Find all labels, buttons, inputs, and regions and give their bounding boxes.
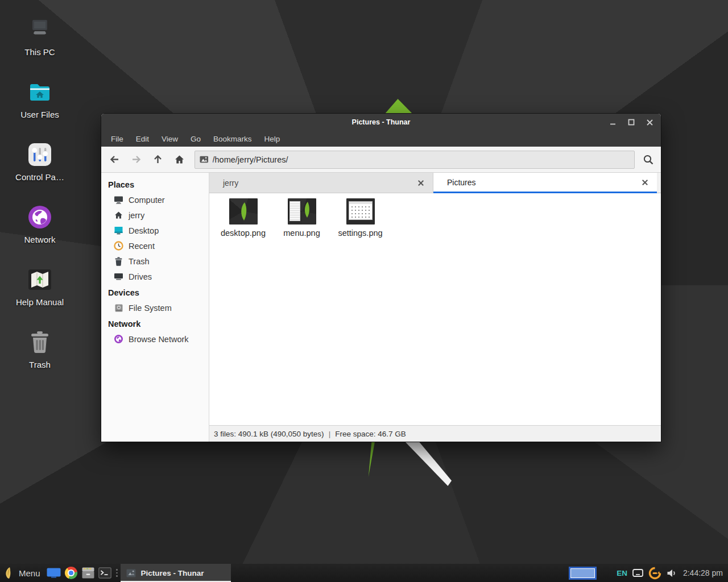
tab-close-icon[interactable] bbox=[639, 176, 651, 189]
desktop-icon-label: Trash bbox=[9, 360, 71, 369]
desktop-icon-help-manual[interactable]: Help Manual bbox=[9, 266, 71, 307]
sidebar-item-computer[interactable]: Computer bbox=[101, 192, 209, 207]
toolbar bbox=[101, 147, 661, 173]
sidebar-item-trash[interactable]: Trash bbox=[101, 253, 209, 269]
sidebar-item-browse-network[interactable]: Browse Network bbox=[101, 331, 209, 347]
keyboard-icon[interactable] bbox=[632, 569, 643, 577]
taskbar: Menu Pictures - Thunar EN 2:44:28 pm bbox=[0, 564, 728, 582]
menu-button-label: Menu bbox=[19, 568, 40, 578]
chrome-icon bbox=[65, 567, 77, 579]
status-bar: 3 files: 490.1 kB (490,050 bytes) | Free… bbox=[209, 425, 661, 442]
home-folder-icon bbox=[26, 78, 53, 106]
desktop-icon-label: Network bbox=[9, 235, 71, 244]
sidebar-item-label: Computer bbox=[129, 196, 165, 205]
file-cabinet-icon bbox=[81, 567, 95, 579]
laptop-icon bbox=[26, 16, 53, 43]
desktop-icon-control-panel[interactable]: Control Pa… bbox=[9, 141, 71, 182]
workspace-pager[interactable] bbox=[569, 567, 597, 580]
trash-icon bbox=[114, 256, 123, 266]
status-files: 3 files: 490.1 kB (490,050 bytes) bbox=[214, 430, 324, 438]
image-thumbnail bbox=[346, 198, 375, 225]
sidebar-item-desktop[interactable]: Desktop bbox=[101, 223, 209, 238]
file-desktop-png[interactable]: desktop.png bbox=[214, 198, 272, 238]
image-thumbnail bbox=[288, 198, 316, 225]
terminal-icon bbox=[98, 567, 111, 579]
file-name: desktop.png bbox=[221, 228, 266, 238]
terminal-launcher[interactable] bbox=[97, 564, 114, 582]
status-separator: | bbox=[329, 430, 331, 438]
titlebar[interactable]: Pictures - Thunar bbox=[101, 114, 661, 131]
taskbar-window-label: Pictures - Thunar bbox=[141, 569, 204, 577]
thumb-settings-window bbox=[349, 201, 373, 220]
image-thumbnail bbox=[229, 198, 258, 225]
globe-icon bbox=[114, 334, 123, 344]
pathbar[interactable] bbox=[195, 151, 635, 169]
volume-icon[interactable] bbox=[667, 568, 677, 578]
file-name: settings.png bbox=[338, 228, 382, 238]
sidebar-item-label: Recent bbox=[129, 242, 155, 251]
sidebar-header-places[interactable]: Places bbox=[101, 176, 209, 192]
image-icon bbox=[200, 156, 209, 163]
display-icon bbox=[47, 568, 61, 578]
distro-menu-icon bbox=[5, 567, 14, 579]
search-icon bbox=[643, 154, 654, 165]
tabbar-filler bbox=[657, 173, 661, 193]
clock-icon bbox=[114, 241, 123, 251]
taskbar-window-button[interactable]: Pictures - Thunar bbox=[121, 564, 231, 582]
menu-go[interactable]: Go bbox=[184, 132, 207, 146]
tab-label: Pictures bbox=[447, 178, 639, 187]
sidebar-item-recent[interactable]: Recent bbox=[101, 238, 209, 253]
menu-edit[interactable]: Edit bbox=[130, 132, 155, 146]
file-grid: desktop.png menu.png settings.png bbox=[209, 193, 661, 425]
home-button[interactable] bbox=[168, 149, 190, 170]
keyboard-layout-indicator[interactable]: EN bbox=[617, 569, 627, 577]
file-menu-png[interactable]: menu.png bbox=[272, 198, 331, 238]
menu-button[interactable]: Menu bbox=[0, 564, 46, 582]
tab-pictures[interactable]: Pictures bbox=[433, 173, 657, 193]
update-manager-icon[interactable] bbox=[648, 567, 661, 580]
tab-label: jerry bbox=[223, 178, 415, 188]
window-title: Pictures - Thunar bbox=[352, 118, 411, 126]
menu-file[interactable]: File bbox=[105, 132, 130, 146]
path-input[interactable] bbox=[213, 155, 630, 164]
sidebar-item-drives[interactable]: Drives bbox=[101, 269, 209, 284]
show-desktop-button[interactable] bbox=[46, 564, 63, 582]
maximize-button[interactable] bbox=[622, 114, 640, 131]
sidebar-header-devices[interactable]: Devices bbox=[101, 284, 209, 300]
workspace-current bbox=[570, 568, 595, 578]
desktop-icon-trash[interactable]: Trash bbox=[9, 329, 71, 369]
file-settings-png[interactable]: settings.png bbox=[331, 198, 390, 238]
status-free-space: Free space: 46.7 GB bbox=[335, 430, 406, 438]
menu-help[interactable]: Help bbox=[258, 132, 287, 146]
sidebar-item-jerry[interactable]: jerry bbox=[101, 207, 209, 223]
desktop-icon-network[interactable]: Network bbox=[9, 203, 71, 244]
menu-bookmarks[interactable]: Bookmarks bbox=[207, 132, 258, 146]
sidebar-item-file-system[interactable]: File System bbox=[101, 300, 209, 315]
tab-close-icon[interactable] bbox=[415, 177, 427, 189]
file-manager-launcher[interactable] bbox=[80, 564, 97, 582]
desktop-icon-label: User Files bbox=[9, 110, 71, 119]
thumb-menu-panel bbox=[289, 201, 300, 221]
sidebar-item-label: jerry bbox=[129, 211, 144, 220]
minimize-button[interactable] bbox=[604, 114, 622, 131]
panel-grip-handle[interactable] bbox=[115, 564, 119, 582]
menu-view[interactable]: View bbox=[155, 132, 184, 146]
filesystem-icon bbox=[114, 303, 123, 313]
back-button[interactable] bbox=[104, 149, 125, 170]
sidebar-header-network[interactable]: Network bbox=[101, 315, 209, 331]
globe-icon bbox=[26, 203, 53, 231]
sliders-icon bbox=[26, 141, 53, 168]
close-button[interactable] bbox=[640, 114, 659, 131]
sidebar-item-label: Trash bbox=[129, 257, 150, 266]
search-button[interactable] bbox=[638, 149, 659, 170]
clock[interactable]: 2:44:28 pm bbox=[683, 568, 723, 577]
desktop-icon-label: This PC bbox=[9, 47, 71, 57]
desktop-icon-this-pc[interactable]: This PC bbox=[9, 16, 71, 57]
desktop-icon-user-files[interactable]: User Files bbox=[9, 78, 71, 119]
system-tray: EN 2:44:28 pm bbox=[617, 564, 728, 582]
forward-button[interactable] bbox=[125, 149, 147, 170]
up-button[interactable] bbox=[147, 149, 168, 170]
tab-jerry[interactable]: jerry bbox=[209, 173, 433, 193]
chrome-launcher[interactable] bbox=[63, 564, 80, 582]
trash-icon bbox=[26, 329, 53, 356]
